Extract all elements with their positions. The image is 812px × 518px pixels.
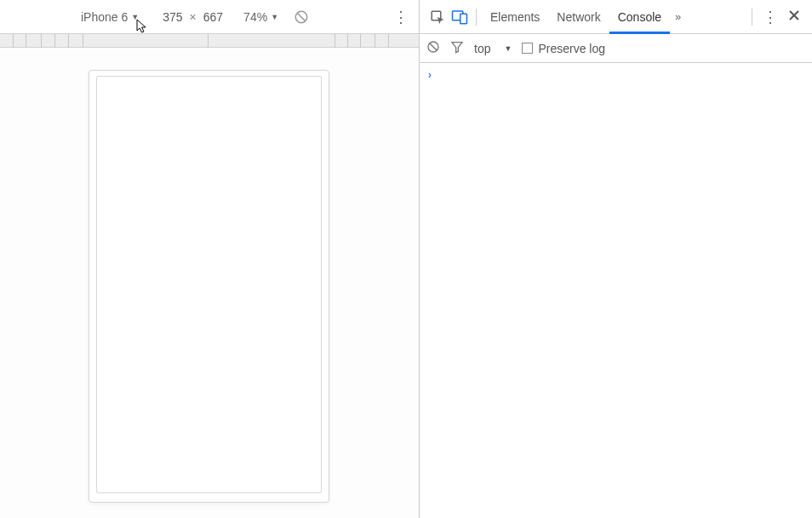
- ruler: [0, 34, 419, 48]
- ruler-tick: [41, 34, 42, 48]
- separator: [752, 9, 752, 26]
- console-prompt-icon: ›: [428, 69, 432, 81]
- ruler-tick: [347, 34, 348, 48]
- svg-line-1: [298, 13, 306, 20]
- devtools-menu[interactable]: ⋮: [758, 8, 783, 26]
- preserve-log-label: Preserve log: [538, 42, 605, 55]
- console-output[interactable]: ›: [420, 63, 812, 518]
- separator: [476, 9, 477, 26]
- device-height-input[interactable]: 667: [203, 10, 223, 24]
- inspect-element-icon[interactable]: [426, 6, 449, 28]
- execution-context-selector[interactable]: top ▼: [474, 42, 512, 55]
- device-toolbar: iPhone 6 ▼ 375 × 667 74% ▼ ⋮: [0, 0, 419, 34]
- ruler-tick: [13, 34, 14, 48]
- tab-elements[interactable]: Elements: [482, 0, 548, 34]
- close-devtools-icon[interactable]: [783, 9, 805, 25]
- clear-console-icon[interactable]: [426, 40, 440, 56]
- device-frame: [89, 70, 329, 503]
- svg-rect-4: [460, 14, 467, 24]
- tab-network[interactable]: Network: [548, 0, 609, 34]
- ruler-tick: [375, 34, 375, 48]
- preserve-log-checkbox[interactable]: Preserve log: [522, 42, 605, 55]
- ruler-tick: [54, 34, 55, 48]
- device-viewport-area: [0, 48, 419, 518]
- toggle-device-toolbar-icon[interactable]: [449, 6, 471, 28]
- checkbox-box: [522, 43, 533, 54]
- dimension-separator: ×: [190, 10, 197, 24]
- device-toolbar-menu[interactable]: ⋮: [393, 8, 409, 26]
- filter-icon[interactable]: [450, 40, 464, 56]
- device-emulator-panel: iPhone 6 ▼ 375 × 667 74% ▼ ⋮: [0, 0, 420, 518]
- ruler-tick: [388, 34, 389, 48]
- ruler-tick: [360, 34, 361, 48]
- console-toolbar: top ▼ Preserve log: [420, 34, 812, 63]
- more-tabs-icon[interactable]: »: [670, 10, 686, 23]
- chevron-down-icon: ▼: [271, 13, 278, 21]
- device-width-input[interactable]: 375: [163, 10, 182, 24]
- devtools-panel: Elements Network Console » ⋮ top ▼: [420, 0, 812, 518]
- rotate-icon[interactable]: [294, 9, 309, 25]
- device-selector[interactable]: iPhone 6 ▼: [81, 10, 139, 24]
- zoom-selector[interactable]: 74% ▼: [243, 10, 278, 24]
- chevron-down-icon: ▼: [131, 13, 139, 21]
- devtools-tabbar: Elements Network Console » ⋮: [420, 0, 812, 34]
- tab-console[interactable]: Console: [609, 0, 670, 34]
- ruler-tick: [68, 34, 69, 48]
- ruler-tick: [208, 34, 209, 48]
- zoom-label: 74%: [243, 10, 267, 24]
- ruler-tick: [83, 34, 83, 48]
- svg-line-8: [430, 43, 437, 50]
- device-name-label: iPhone 6: [81, 10, 128, 24]
- device-screen[interactable]: [96, 76, 322, 493]
- ruler-tick: [26, 34, 26, 48]
- context-label: top: [474, 42, 490, 55]
- chevron-down-icon: ▼: [504, 44, 512, 53]
- ruler-tick: [335, 34, 335, 48]
